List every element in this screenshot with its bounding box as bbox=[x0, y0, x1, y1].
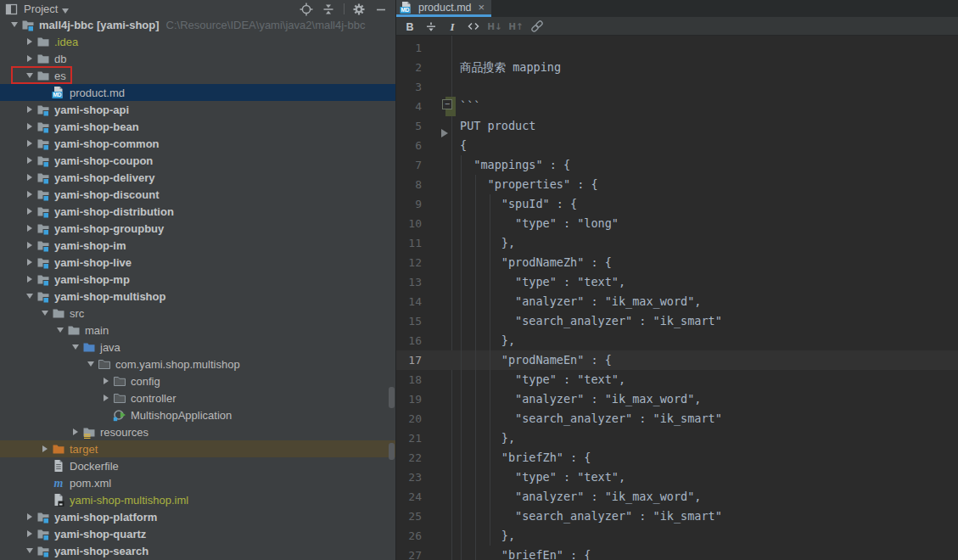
code-line-17[interactable]: 17 "prodNameEn" : { bbox=[396, 350, 958, 370]
tree-item-yami-shop-multishop[interactable]: yami-shop-multishop bbox=[0, 288, 395, 305]
collapsed-arrow-icon[interactable] bbox=[22, 259, 36, 266]
code-line-6[interactable]: 6{ bbox=[396, 136, 958, 155]
code-span-icon[interactable] bbox=[462, 18, 484, 35]
editor-pane[interactable]: 12商品搜索 mapping34```5PUT product6{7 "mapp… bbox=[396, 36, 958, 560]
code-line-11[interactable]: 11 }, bbox=[396, 233, 958, 253]
expanded-arrow-icon[interactable] bbox=[22, 73, 36, 78]
tree-scrollbar-thumb[interactable] bbox=[389, 443, 395, 460]
code-line-4[interactable]: 4``` bbox=[396, 97, 958, 116]
strikethrough-icon[interactable] bbox=[420, 18, 441, 35]
code-line-15[interactable]: 15 "search_analyzer" : "ik_smart" bbox=[396, 311, 958, 331]
collapsed-arrow-icon[interactable] bbox=[98, 378, 113, 384]
code-line-27[interactable]: 27 "briefEn" : { bbox=[396, 546, 958, 560]
tree-item-config[interactable]: config bbox=[0, 372, 395, 389]
bold-icon[interactable]: B bbox=[399, 18, 420, 35]
code-line-26[interactable]: 26 }, bbox=[396, 526, 958, 546]
code-line-1[interactable]: 1 bbox=[396, 38, 958, 58]
code-line-13[interactable]: 13 "type" : "text", bbox=[396, 272, 958, 292]
collapsed-arrow-icon[interactable] bbox=[22, 208, 36, 215]
tree-item-main[interactable]: main bbox=[0, 322, 395, 339]
tab-product-md[interactable]: MD product.md × bbox=[396, 0, 491, 17]
tree-item-yami-shop-groupbuy[interactable]: yami-shop-groupbuy bbox=[0, 220, 395, 237]
collapsed-arrow-icon[interactable] bbox=[68, 428, 82, 435]
collapsed-arrow-icon[interactable] bbox=[22, 38, 36, 45]
code-line-7[interactable]: 7 "mappings" : { bbox=[396, 155, 958, 175]
header-down-icon[interactable]: H↓ bbox=[484, 18, 505, 35]
collapsed-arrow-icon[interactable] bbox=[22, 55, 36, 62]
tree-item-yami-shop-delivery[interactable]: yami-shop-delivery bbox=[0, 169, 395, 186]
project-tree[interactable]: mall4j-bbc [yami-shop]C:\Resource\IDEA\y… bbox=[0, 16, 395, 560]
code-line-19[interactable]: 19 "analyzer" : "ik_max_word", bbox=[396, 389, 958, 409]
tree-item-es[interactable]: es bbox=[0, 67, 395, 84]
tree-item-yami-shop-discount[interactable]: yami-shop-discount bbox=[0, 186, 395, 203]
run-marker-icon[interactable] bbox=[441, 129, 448, 137]
tree-item-yami-shop-platform[interactable]: yami-shop-platform bbox=[0, 508, 395, 525]
tree-item-target[interactable]: target bbox=[0, 440, 395, 457]
link-icon[interactable] bbox=[526, 18, 547, 35]
collapsed-arrow-icon[interactable] bbox=[37, 445, 52, 452]
code-line-3[interactable]: 3 bbox=[396, 77, 958, 97]
code-line-16[interactable]: 16 }, bbox=[396, 331, 958, 350]
header-up-icon[interactable]: H↑ bbox=[505, 18, 526, 35]
tree-item-yami-shop-quartz[interactable]: yami-shop-quartz bbox=[0, 525, 395, 542]
code-line-14[interactable]: 14 "analyzer" : "ik_max_word", bbox=[396, 292, 958, 311]
code-line-2[interactable]: 2商品搜索 mapping bbox=[396, 58, 958, 77]
collapsed-arrow-icon[interactable] bbox=[22, 123, 36, 130]
tree-item-yami-shop-bean[interactable]: yami-shop-bean bbox=[0, 118, 395, 135]
collapse-all-icon[interactable] bbox=[322, 3, 336, 16]
chevron-down-icon[interactable] bbox=[62, 2, 69, 17]
fold-icon[interactable]: − bbox=[442, 99, 452, 109]
tree-item-product-md[interactable]: MDproduct.md bbox=[0, 84, 395, 101]
tree-item-yami-shop-im[interactable]: yami-shop-im bbox=[0, 237, 395, 254]
tree-item-dockerfile[interactable]: Dockerfile bbox=[0, 457, 395, 474]
collapsed-arrow-icon[interactable] bbox=[98, 395, 113, 401]
collapsed-arrow-icon[interactable] bbox=[22, 174, 36, 181]
tree-item-yami-shop-api[interactable]: yami-shop-api bbox=[0, 101, 395, 118]
tree-item-yami-shop-distribution[interactable]: yami-shop-distribution bbox=[0, 203, 395, 220]
code-line-5[interactable]: 5PUT product bbox=[396, 116, 958, 136]
code-line-22[interactable]: 22 "briefZh" : { bbox=[396, 448, 958, 468]
tree-item-yami-shop-coupon[interactable]: yami-shop-coupon bbox=[0, 152, 395, 169]
collapsed-arrow-icon[interactable] bbox=[22, 242, 36, 249]
tree-item-multishopapplication[interactable]: MultishopApplication bbox=[0, 406, 395, 423]
collapsed-arrow-icon[interactable] bbox=[22, 140, 36, 147]
expanded-arrow-icon[interactable] bbox=[53, 328, 67, 333]
tree-item--idea[interactable]: .idea bbox=[0, 33, 395, 50]
collapsed-arrow-icon[interactable] bbox=[22, 157, 36, 164]
tree-item-java[interactable]: java bbox=[0, 339, 395, 356]
code-line-18[interactable]: 18 "type" : "text", bbox=[396, 370, 958, 389]
tree-item-yami-shop-search[interactable]: yami-shop-search bbox=[0, 542, 395, 559]
code-line-24[interactable]: 24 "analyzer" : "ik_max_word", bbox=[396, 487, 958, 507]
tree-item-yami-shop-common[interactable]: yami-shop-common bbox=[0, 135, 395, 152]
collapsed-arrow-icon[interactable] bbox=[22, 530, 36, 537]
code-line-10[interactable]: 10 "type" : "long" bbox=[396, 214, 958, 233]
expanded-arrow-icon[interactable] bbox=[68, 344, 82, 350]
locate-icon[interactable] bbox=[300, 3, 314, 16]
gear-icon[interactable] bbox=[352, 3, 367, 16]
code-line-8[interactable]: 8 "properties" : { bbox=[396, 175, 958, 194]
code-line-9[interactable]: 9 "spuId" : { bbox=[396, 194, 958, 214]
code-line-23[interactable]: 23 "type" : "text", bbox=[396, 468, 958, 487]
collapsed-arrow-icon[interactable] bbox=[22, 191, 36, 198]
italic-icon[interactable]: I bbox=[441, 18, 462, 35]
tab-close-icon[interactable]: × bbox=[479, 1, 485, 14]
collapsed-arrow-icon[interactable] bbox=[22, 276, 36, 283]
code-line-25[interactable]: 25 "search_analyzer" : "ik_smart" bbox=[396, 507, 958, 526]
tree-item-controller[interactable]: controller bbox=[0, 389, 395, 406]
tree-item-yami-shop-live[interactable]: yami-shop-live bbox=[0, 254, 395, 271]
tree-scrollbar-thumb[interactable] bbox=[389, 387, 395, 408]
collapsed-arrow-icon[interactable] bbox=[22, 106, 36, 113]
expanded-arrow-icon[interactable] bbox=[37, 311, 52, 316]
expanded-arrow-icon[interactable] bbox=[83, 361, 98, 367]
collapsed-arrow-icon[interactable] bbox=[22, 225, 36, 232]
collapsed-arrow-icon[interactable] bbox=[22, 513, 36, 520]
expanded-arrow-icon[interactable] bbox=[22, 294, 36, 299]
tree-item-src[interactable]: src bbox=[0, 305, 395, 322]
minimize-icon[interactable] bbox=[374, 3, 389, 16]
tree-item-com-yami-shop-multishop[interactable]: com.yami.shop.multishop bbox=[0, 356, 395, 372]
code-line-20[interactable]: 20 "search_analyzer" : "ik_smart" bbox=[396, 409, 958, 428]
expanded-arrow-icon[interactable] bbox=[7, 22, 21, 27]
tree-item-yami-shop-multishop-iml[interactable]: yami-shop-multishop.iml bbox=[0, 491, 395, 508]
code-line-21[interactable]: 21 }, bbox=[396, 428, 958, 448]
tree-item-pom-xml[interactable]: mpom.xml bbox=[0, 474, 395, 491]
